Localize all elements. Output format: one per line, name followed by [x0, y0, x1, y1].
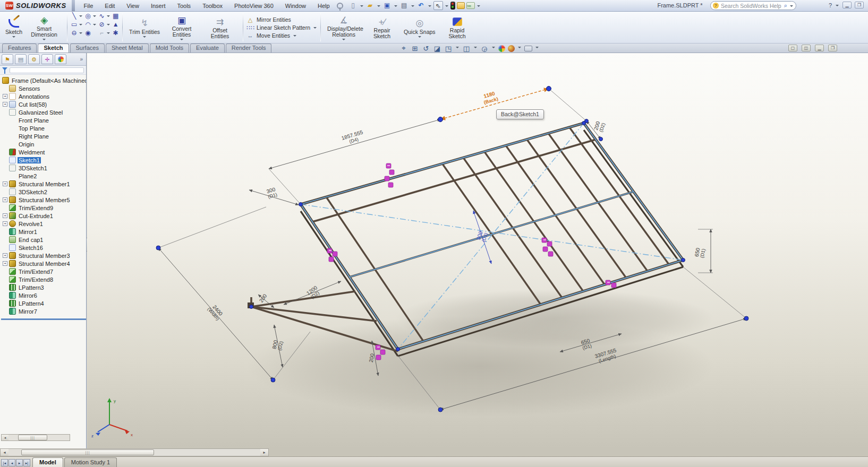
- mirror-entities-button[interactable]: △ Mirror Entities: [246, 16, 317, 23]
- polygon-tool-icon[interactable]: ▲: [112, 21, 120, 28]
- linear-pattern-dropdown-icon[interactable]: [313, 27, 317, 30]
- section-view-icon[interactable]: ◪: [433, 45, 441, 53]
- spline-dropdown-icon[interactable]: [107, 15, 110, 19]
- smart-dimension-dropdown-icon[interactable]: [42, 39, 46, 42]
- pin-icon[interactable]: [337, 3, 343, 9]
- tree-expand-icon[interactable]: [3, 102, 7, 107]
- tree-item[interactable]: Galvanized Steel: [1, 108, 86, 116]
- arc-dropdown-icon[interactable]: [93, 24, 96, 27]
- dimension-label-1857[interactable]: 1857.555(D4): [341, 129, 365, 146]
- dimxpertmanager-tab-icon[interactable]: ✛: [41, 54, 53, 64]
- previous-view-icon[interactable]: ↺: [422, 45, 430, 53]
- linear-sketch-pattern-button[interactable]: ∷∷ Linear Sketch Pattern: [246, 24, 317, 31]
- sketch-dropdown-icon[interactable]: [12, 36, 15, 39]
- panel-splitter[interactable]: [1, 318, 86, 320]
- tree-item[interactable]: Sketch16: [1, 244, 86, 252]
- repair-sketch-button[interactable]: +∕ Repair Sketch: [363, 15, 401, 40]
- line-tool-icon[interactable]: ╲: [70, 12, 78, 20]
- tree-item[interactable]: Structural Member1: [1, 180, 86, 188]
- help-search-box[interactable]: ? Search SolidWorks Help ⌕: [710, 1, 796, 10]
- rebuild-icon[interactable]: [450, 2, 455, 10]
- horizontal-scrollbar[interactable]: ◂ ||| ▸: [0, 448, 269, 456]
- fillet-dropdown-icon[interactable]: [107, 32, 110, 36]
- filter-icon[interactable]: [2, 67, 7, 73]
- tree-item[interactable]: Top Plane: [1, 124, 86, 132]
- menu-item[interactable]: Window: [280, 2, 311, 10]
- view-settings-dropdown-icon[interactable]: [535, 47, 539, 50]
- scroll-thumb[interactable]: |||: [21, 449, 154, 455]
- slot-tool-icon[interactable]: ⊖: [70, 29, 78, 37]
- dimension-label-200-top[interactable]: 200(D2): [593, 120, 606, 133]
- doc-minimize-icon[interactable]: ▁: [815, 45, 824, 51]
- zoom-to-area-icon[interactable]: ⊞: [411, 45, 419, 53]
- panel-tabs-overflow-icon[interactable]: »: [80, 56, 84, 62]
- tree-item[interactable]: Cut list(58): [1, 100, 86, 108]
- tree-item[interactable]: Trim/Extend8: [1, 275, 86, 283]
- tree-root-item[interactable]: Frame (Default<As Machined><: [1, 76, 86, 84]
- propertymanager-tab-icon[interactable]: ▤: [15, 54, 27, 64]
- last-study-icon[interactable]: ▸|: [23, 459, 30, 466]
- minimize-window-icon[interactable]: ▁: [843, 2, 852, 8]
- help-dropdown-icon[interactable]: [836, 5, 839, 8]
- tree-item[interactable]: Front Plane: [1, 116, 86, 124]
- relations-dropdown-icon[interactable]: [342, 39, 345, 42]
- tree-expand-icon[interactable]: [3, 94, 7, 99]
- new-document-icon[interactable]: ▯: [348, 1, 358, 10]
- scroll-right-icon[interactable]: ▸: [260, 449, 268, 456]
- taskpane-dropdown-icon[interactable]: [477, 5, 480, 8]
- sketch-pattern-icon[interactable]: ▦: [112, 12, 120, 20]
- convert-entities-button[interactable]: ▣ Convert Entities: [163, 13, 201, 41]
- menu-item[interactable]: Help: [313, 2, 335, 10]
- tree-item[interactable]: Right Plane: [1, 132, 86, 140]
- offset-entities-button[interactable]: ⇉ Offset Entities: [201, 15, 239, 40]
- panel-scrollbar[interactable]: ◂ |||: [1, 434, 70, 441]
- tree-expand-icon[interactable]: [3, 253, 7, 258]
- arc-tool-icon[interactable]: ◠: [84, 21, 92, 28]
- rapid-sketch-button[interactable]: Rapid Sketch: [438, 15, 476, 40]
- undo-dropdown-icon[interactable]: [428, 5, 431, 8]
- display-style-dropdown-icon[interactable]: [474, 47, 477, 50]
- command-tab[interactable]: Render Tools: [226, 44, 272, 53]
- open-icon[interactable]: ▰: [365, 1, 375, 10]
- search-dropdown-icon[interactable]: [790, 5, 793, 8]
- quick-snaps-dropdown-icon[interactable]: [418, 36, 421, 39]
- tree-item[interactable]: 3DSketch1: [1, 164, 86, 172]
- tree-expand-icon[interactable]: [3, 221, 7, 226]
- configurationmanager-tab-icon[interactable]: ⚙: [28, 54, 40, 64]
- view-orientation-dropdown-icon[interactable]: [456, 47, 459, 50]
- tree-item[interactable]: Trim/Extend7: [1, 267, 86, 275]
- slot-dropdown-icon[interactable]: [79, 32, 82, 36]
- rectangle-dropdown-icon[interactable]: [79, 24, 82, 27]
- tree-expand-icon[interactable]: [3, 213, 7, 218]
- dimension-label-900[interactable]: 900(D3): [475, 230, 489, 243]
- tree-item[interactable]: LPattern3: [1, 283, 86, 291]
- menu-item[interactable]: View: [122, 2, 144, 10]
- edit-appearance-icon[interactable]: [508, 45, 515, 52]
- menu-item[interactable]: File: [79, 2, 98, 10]
- prev-study-icon[interactable]: ◂: [8, 459, 15, 466]
- print-dropdown-icon[interactable]: [411, 5, 414, 8]
- quick-snaps-button[interactable]: ◎ Quick Snaps: [401, 16, 438, 39]
- task-pane-icon[interactable]: ≔: [466, 2, 475, 9]
- tree-expand-icon[interactable]: [3, 261, 7, 266]
- displaymanager-tab-icon[interactable]: [55, 54, 66, 64]
- tree-item[interactable]: End cap1: [1, 236, 86, 244]
- next-study-icon[interactable]: ▸: [16, 459, 23, 466]
- hide-show-dropdown-icon[interactable]: [492, 47, 495, 50]
- sketch-button[interactable]: Sketch: [3, 16, 25, 39]
- tree-item[interactable]: Mirror7: [1, 307, 86, 315]
- tree-item[interactable]: Revolve1: [1, 220, 86, 228]
- dimension-label-1180-selected[interactable]: 1180(Back): [481, 90, 499, 106]
- circle-dropdown-icon[interactable]: [93, 15, 96, 19]
- tree-expand-icon[interactable]: [3, 181, 7, 186]
- select-cursor-icon[interactable]: ⇖: [433, 1, 443, 10]
- tree-item[interactable]: Origin: [1, 140, 86, 148]
- tree-item[interactable]: Structural Member5: [1, 196, 86, 204]
- point-tool-icon[interactable]: ◉: [84, 29, 92, 37]
- tree-item[interactable]: Mirror6: [1, 291, 86, 299]
- command-tab[interactable]: Surfaces: [70, 44, 105, 53]
- ellipse-tool-icon[interactable]: ⊘: [98, 21, 106, 28]
- dimension-label-300[interactable]: 300(D1): [266, 186, 278, 200]
- command-tab[interactable]: Evaluate: [190, 44, 225, 53]
- panel-scroll-left-icon[interactable]: ◂: [2, 435, 8, 440]
